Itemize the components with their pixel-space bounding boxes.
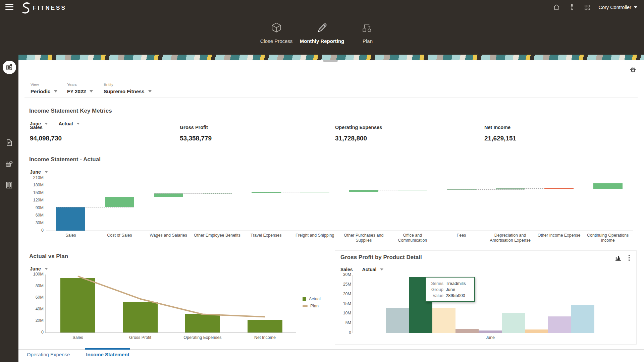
- axis-category-label: Cost of Sales: [95, 233, 144, 238]
- product-y-axis: 05M10M15M20M25M30M: [336, 275, 351, 333]
- waterfall-connector: [105, 197, 183, 197]
- filter-label: Entity: [104, 82, 152, 86]
- waterfall-bar[interactable]: [154, 193, 183, 197]
- waterfall-bar[interactable]: [56, 207, 85, 231]
- view-filter[interactable]: View Periodic: [31, 82, 57, 94]
- chevron-down-icon: [45, 171, 48, 173]
- panel-drag-handle[interactable]: [323, 60, 338, 62]
- product-bar[interactable]: [571, 305, 594, 333]
- sidebar-item-dashboard[interactable]: [0, 59, 18, 75]
- chart-tooltip: SeriesTreadmills GroupJune Value28955000: [425, 277, 475, 302]
- avp-x-axis: SalesGross ProfitOperating ExpensesNet I…: [47, 335, 296, 342]
- axis-category-label: Continuing Operations Income: [583, 233, 632, 243]
- left-sidebar: ?: [0, 55, 18, 362]
- dashboard-page: FITNESS Cory Controller: [0, 0, 644, 362]
- sidebar-item-ledger[interactable]: [0, 177, 18, 193]
- waterfall-connector: [544, 189, 623, 189]
- nav-plan[interactable]: Plan: [337, 21, 398, 44]
- sidebar-item-schedule[interactable]: [0, 156, 18, 172]
- app-header: FITNESS Cory Controller: [0, 0, 644, 55]
- workflow-icon: [337, 21, 398, 36]
- metric-value: 21,629,151: [484, 135, 516, 142]
- entity-filter[interactable]: Entity Supremo Fitness: [104, 82, 152, 94]
- waterfall-bar[interactable]: [105, 197, 134, 207]
- waterfall-connector: [300, 192, 378, 192]
- metric-value: 53,358,779: [180, 135, 212, 142]
- svg-text:?: ?: [10, 143, 11, 146]
- scenario-dropdown[interactable]: Actual: [59, 121, 80, 126]
- menu-icon[interactable]: [5, 4, 13, 10]
- waterfall-period-dropdown[interactable]: June: [30, 169, 48, 175]
- axis-category-label: Sales: [47, 335, 109, 340]
- filter-value: FY 2022: [67, 88, 86, 94]
- bar-chart-icon[interactable]: [614, 254, 622, 261]
- axis-tick-label: 120M: [22, 198, 44, 202]
- metric-value: 31,728,800: [335, 135, 367, 142]
- axis-category-label: Other Purchases and Supplies: [339, 233, 388, 243]
- tooltip-series-value: Treadmills: [446, 281, 466, 286]
- waterfall-connector: [154, 193, 232, 194]
- nav-label: Plan: [337, 38, 398, 44]
- metric-label: Gross Profit: [180, 125, 208, 130]
- axis-category-label: Sales: [46, 233, 95, 238]
- legend-label: Plan: [310, 304, 319, 308]
- product-bar[interactable]: [525, 329, 548, 333]
- product-group-label: June: [386, 335, 594, 340]
- axis-tick-label: 210M: [22, 175, 44, 180]
- waterfall-bar[interactable]: [593, 183, 623, 188]
- axis-category-label: Net Income: [234, 335, 296, 340]
- waterfall-x-axis: SalesCost of SalesWages and SalariesOthe…: [46, 233, 632, 244]
- axis-tick-label: 0: [22, 330, 44, 335]
- axis-tick-label: 100M: [22, 272, 44, 277]
- dashboard-report-icon: [3, 61, 16, 74]
- brand-logo: FITNESS: [21, 1, 66, 15]
- tab-income-statement[interactable]: Income Statement: [85, 348, 130, 360]
- product-bar[interactable]: [502, 313, 525, 333]
- chevron-down-icon: [634, 6, 637, 8]
- axis-category-label: Office and Communication: [388, 233, 437, 243]
- tooltip-series-label: Series: [429, 281, 443, 286]
- chevron-down-icon: [45, 123, 48, 125]
- chevron-down-icon: [380, 268, 383, 270]
- ledger-grid-icon: [5, 181, 13, 189]
- metric-label: Operating Expenses: [335, 125, 382, 130]
- plan-legend-swatch: [303, 305, 308, 307]
- filter-label: View: [31, 82, 57, 86]
- product-measure-label: Sales: [340, 267, 353, 272]
- product-bar[interactable]: [479, 330, 502, 333]
- tooltip-group-label: Group: [429, 287, 443, 292]
- kebab-menu-icon[interactable]: [628, 254, 631, 261]
- settings-gear-icon[interactable]: [629, 66, 637, 75]
- axis-category-label: Other Income Expense: [535, 233, 584, 238]
- home-icon[interactable]: [552, 3, 560, 11]
- filter-label: Years: [67, 82, 93, 86]
- product-bar[interactable]: [432, 308, 455, 333]
- years-filter[interactable]: Years FY 2022: [67, 82, 93, 94]
- product-scenario-dropdown[interactable]: Actual: [362, 267, 384, 272]
- axis-tick-label: 0: [336, 330, 351, 335]
- metric-value: 94,098,730: [30, 135, 62, 142]
- axis-category-label: Fees: [437, 233, 486, 238]
- axis-tick-label: 60M: [22, 213, 44, 218]
- axis-tick-label: 15M: [336, 301, 351, 306]
- product-bar[interactable]: [548, 316, 571, 333]
- avp-period-dropdown[interactable]: June: [30, 266, 48, 272]
- axis-tick-label: 5M: [336, 320, 351, 325]
- user-menu[interactable]: Cory Controller: [599, 5, 638, 10]
- chevron-down-icon: [76, 123, 80, 125]
- axis-tick-label: 30M: [22, 221, 44, 225]
- chevron-down-icon: [148, 90, 152, 93]
- chevron-down-icon: [90, 90, 93, 93]
- product-bar[interactable]: [455, 329, 479, 333]
- key-metrics-title: Income Statement Key Metrics: [29, 108, 112, 114]
- metric-label: Net Income: [484, 125, 511, 130]
- tab-operating-expense[interactable]: Operating Expense: [26, 348, 70, 360]
- apps-grid-icon[interactable]: [583, 3, 591, 11]
- axis-category-label: Wages and Salaries: [144, 233, 193, 238]
- sidebar-item-report-review[interactable]: ?: [0, 134, 18, 150]
- axis-tick-label: 80M: [22, 284, 44, 288]
- chevron-down-icon: [54, 90, 57, 93]
- accessibility-person-icon[interactable]: [568, 3, 576, 11]
- axis-tick-label: 10M: [336, 311, 351, 315]
- product-bar[interactable]: [386, 308, 409, 333]
